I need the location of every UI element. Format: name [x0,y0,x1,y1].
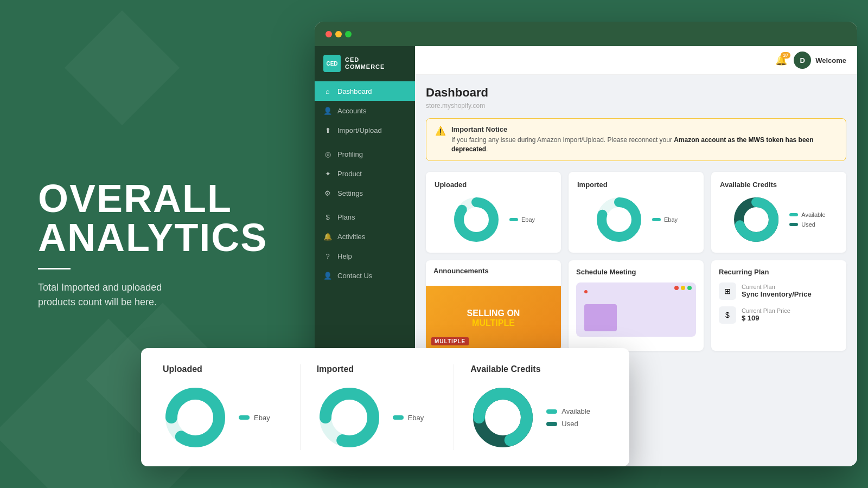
uploaded-dot [509,218,518,221]
uploaded-donut-wrap: Ebay [435,195,552,244]
sidebar-item-profiling[interactable]: ◎ Profiling [315,144,415,164]
floating-uploaded-title: Uploaded [163,364,284,374]
sidebar-item-activities[interactable]: 🔔 Activities [315,227,415,246]
maximize-btn[interactable] [345,31,352,37]
warning-icon: ⚠️ [435,126,446,136]
sidebar-item-plans[interactable]: $ Plans [315,207,415,227]
subtitle: Total Imported and uploadedproducts coun… [38,280,277,310]
floating-imported-card: Imported Ebay [301,364,455,450]
dashboard-body: Dashboard store.myshopify.com ⚠️ Importa… [415,75,857,362]
notice-title: Important Notice [451,125,837,133]
notice-text: If you facing any issue during Amazon Im… [451,136,837,154]
welcome-text: Welcome [815,56,846,65]
svg-point-7 [171,394,219,441]
floating-used-dot [546,422,557,426]
uploaded-legend-ebay: Ebay [509,216,535,223]
recurring-plan-icon: ⊞ [719,282,736,300]
sidebar-item-import-upload[interactable]: ⬆ Import/Upload [315,120,415,140]
dot-green [687,286,692,290]
floating-imported-legend-item: Ebay [393,414,424,422]
credits-card-title: Available Credits [720,181,838,189]
schedule-title: Schedule Meeting [576,268,696,276]
store-name: store.myshopify.com [426,102,846,110]
user-avatar: D [794,52,811,69]
floating-available-dot [546,409,557,414]
notification-count: 37 [781,52,790,59]
imported-legend-ebay: Ebay [652,216,678,223]
settings-icon: ⚙ [323,189,332,197]
current-plan-label: Current Plan [742,284,812,290]
page-title: Dashboard [426,86,846,100]
credits-donut [732,195,781,244]
announcement-image: SELLING ONMULTIPLE MULTIPLE [426,286,561,351]
imported-donut [595,195,643,244]
sidebar-item-dashboard[interactable]: ⌂ Dashboard [315,81,415,101]
stats-cards-grid: Uploaded Ebay [426,172,846,253]
notice-content: Important Notice If you facing any issue… [451,125,837,154]
bg-shape-3 [65,10,180,125]
minimize-btn[interactable] [335,31,342,37]
floating-imported-legend: Ebay [393,414,424,422]
floating-uploaded-card: Uploaded Ebay [163,364,301,450]
recurring-plan-info: Current Plan Sync Inventory/Price [742,284,812,298]
floating-imported-title: Imported [317,364,438,374]
floating-imported-donut [317,385,382,450]
notice-banner: ⚠️ Important Notice If you facing any is… [426,118,846,161]
credits-legend-available: Available [789,211,825,218]
current-plan-price-label: Current Plan Price [742,307,790,314]
upload-icon: ⬆ [323,126,332,134]
bottom-cards-grid: Announcements SELLING ONMULTIPLE MULTIPL… [426,260,846,351]
floating-credits-legend-used: Used [546,420,590,428]
announcement-title: Announcements [433,267,553,275]
left-panel: OVERALL ANALYTICS Total Imported and upl… [0,146,315,342]
main-title: OVERALL ANALYTICS [38,179,277,257]
announcements-card: Announcements SELLING ONMULTIPLE MULTIPL… [426,260,561,351]
window-controls [326,31,352,37]
current-plan-value: Sync Inventory/Price [742,290,812,298]
credits-legend-used: Used [789,221,825,228]
uploaded-donut [452,195,501,244]
help-icon: ? [323,252,332,260]
product-icon: ✦ [323,169,332,178]
sidebar-item-help[interactable]: ? Help [315,246,415,266]
floating-uploaded-legend-item: Ebay [239,414,270,422]
plans-icon: $ [323,213,332,221]
logo-icon: CED [323,55,341,72]
notification-badge[interactable]: 🔔 37 [775,54,787,66]
schedule-pink-dot [584,290,588,293]
sidebar-item-product[interactable]: ✦ Product [315,164,415,183]
logo-text: CEDCOMMERCE [345,56,385,70]
recurring-price-row: $ Current Plan Price $ 109 [719,306,839,324]
svg-point-1 [459,202,494,237]
floating-credits-legend: Available Used [546,407,590,428]
profiling-icon: ◎ [323,150,332,158]
floating-uploaded-legend: Ebay [239,414,270,422]
accounts-icon: 👤 [323,106,332,115]
floating-credits-content: Available Used [470,385,591,450]
top-header: 🔔 37 D Welcome [415,46,857,75]
close-btn[interactable] [326,31,332,37]
imported-dot [652,218,661,221]
uploaded-card: Uploaded Ebay [426,172,561,253]
imported-donut-wrap: Ebay [577,195,695,244]
recurring-price-icon: $ [719,306,736,324]
sidebar-item-settings[interactable]: ⚙ Settings [315,183,415,203]
welcome-area: D Welcome [794,52,846,69]
credits-card: Available Credits [711,172,846,253]
imported-card-title: Imported [577,181,695,189]
floating-cards-overlay: Uploaded Ebay Imported [141,348,629,466]
floating-credits-card: Available Credits Available Used [454,364,608,450]
sidebar-item-contact[interactable]: 👤 Contact Us [315,266,415,285]
imported-card: Imported Ebay [569,172,704,253]
floating-uploaded-content: Ebay [163,385,284,450]
dot-yellow [681,286,685,290]
recurring-price-info: Current Plan Price $ 109 [742,307,790,322]
floating-uploaded-donut [163,385,228,450]
activities-icon: 🔔 [323,232,332,241]
sidebar-item-accounts[interactable]: 👤 Accounts [315,101,415,120]
announcement-header: Announcements [426,260,561,286]
recurring-card: Recurring Plan ⊞ Current Plan Sync Inven… [711,260,846,351]
title-divider [38,268,71,269]
announcement-tag: MULTIPLE [431,337,469,345]
credits-donut-wrap: Available Used [720,195,838,244]
